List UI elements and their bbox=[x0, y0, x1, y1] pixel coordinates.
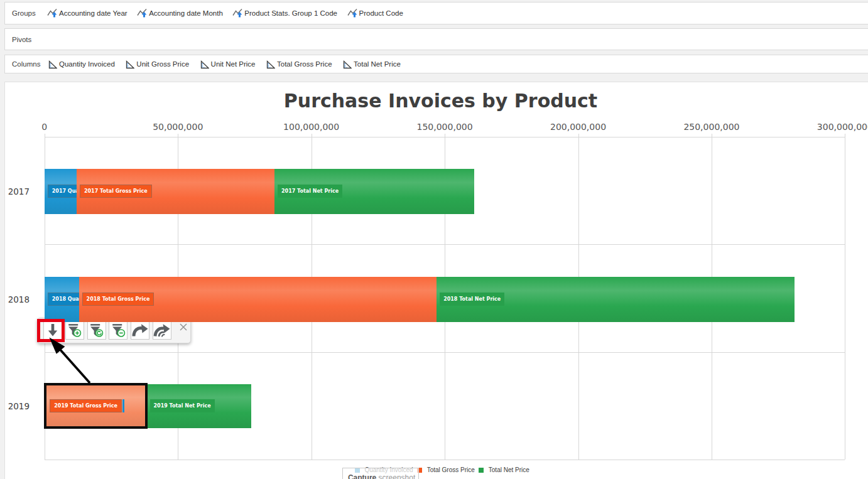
groups-well-label: Groups bbox=[12, 9, 42, 17]
field-chip-product-stats-group-1-code[interactable]: Product Stats. Group 1 Code bbox=[232, 8, 337, 18]
groups-chips-container: Accounting date YearAccounting date Mont… bbox=[47, 8, 413, 18]
field-chip-label: Product Code bbox=[359, 9, 403, 17]
bar-segment-label-wrap: 2019 Total Net Price bbox=[150, 399, 215, 412]
filter-exclude-button[interactable] bbox=[109, 321, 127, 340]
category-label-2018: 2018 bbox=[0, 294, 30, 304]
field-chip-quantity-invoiced[interactable]: Quantity Invoiced bbox=[47, 60, 115, 69]
bar-segment-label-wrap: 2017 Total Gross Price bbox=[80, 185, 152, 198]
field-chip-total-net-price[interactable]: Total Net Price bbox=[342, 60, 401, 69]
x-axis-label: 300,000,000 bbox=[817, 122, 868, 132]
legend-item-total-net-price[interactable]: Total Net Price bbox=[479, 466, 529, 473]
bar-segment-label: 2019 Total Net Price bbox=[150, 399, 215, 412]
field-chip-unit-net-price[interactable]: Unit Net Price bbox=[199, 60, 256, 69]
columns-field-well: Columns Quantity InvoicedUnit Gross Pric… bbox=[4, 55, 868, 73]
field-chip-label: Total Net Price bbox=[354, 60, 401, 68]
capture-tooltip-rest-text: screenshot. bbox=[376, 473, 417, 479]
legend-label: Total Gross Price bbox=[427, 466, 475, 473]
horizontal-gridline bbox=[45, 137, 845, 137]
legend-label: Total Net Price bbox=[489, 466, 529, 473]
field-chip-label: Accounting date Month bbox=[149, 9, 223, 17]
dimension-icon bbox=[232, 8, 242, 18]
bar-segment-label: 2018 Total Net Price bbox=[440, 293, 504, 306]
bar-segment-2017-total-net-price[interactable]: 2017 Total Net Price bbox=[274, 169, 474, 214]
filter-add-funnel-icon bbox=[66, 322, 83, 339]
bar-segment-label-wrap: 2018 Total Gross Price bbox=[82, 293, 155, 306]
bar-segment-2019-total-net-price[interactable]: 2019 Total Net Price bbox=[147, 384, 252, 428]
columns-chips-container: Quantity InvoicedUnit Gross PriceUnit Ne… bbox=[47, 60, 410, 69]
toolbar-close-button[interactable] bbox=[180, 322, 187, 330]
field-chip-label: Unit Net Price bbox=[211, 60, 256, 68]
field-chip-label: Product Stats. Group 1 Code bbox=[244, 9, 337, 17]
dimension-icon bbox=[347, 8, 357, 18]
filter-replace-button[interactable] bbox=[87, 321, 106, 340]
filter-add-button[interactable] bbox=[65, 321, 84, 340]
field-chip-total-gross-price[interactable]: Total Gross Price bbox=[265, 60, 332, 69]
groups-field-well: Groups Accounting date YearAccounting da… bbox=[4, 2, 868, 24]
pivots-field-well: Pivots bbox=[4, 28, 868, 50]
red-highlight-rectangle bbox=[37, 319, 65, 342]
columns-well-label: Columns bbox=[12, 60, 42, 68]
legend-item-total-gross-price[interactable]: Total Gross Price bbox=[417, 466, 475, 473]
bar-segment-2017-total-gross-price[interactable]: 2017 Total Gross Price bbox=[77, 169, 274, 214]
field-chip-label: Unit Gross Price bbox=[136, 60, 189, 68]
x-axis-label: 200,000,000 bbox=[550, 122, 606, 132]
filter-replace-funnel-icon bbox=[88, 322, 105, 339]
field-chip-label: Quantity Invoiced bbox=[59, 60, 115, 68]
selection-rectangle bbox=[44, 383, 147, 429]
capture-screenshot-tooltip: Capture screenshot. bbox=[342, 468, 419, 479]
x-axis-label: 250,000,000 bbox=[683, 122, 739, 132]
measure-icon bbox=[199, 60, 209, 69]
bar-segment-2017-quantity-invoiced[interactable]: 2017 Quantity Invoiced bbox=[45, 169, 77, 214]
field-chip-accounting-date-year[interactable]: Accounting date Year bbox=[47, 8, 127, 18]
measure-icon bbox=[265, 60, 275, 69]
bar-segment-2018-quantity-invoiced[interactable]: 2018 Quantity Invoiced bbox=[45, 277, 79, 322]
measure-icon bbox=[342, 60, 352, 69]
bar-segment-2018-total-net-price[interactable]: 2018 Total Net Price bbox=[437, 277, 795, 322]
category-label-2019: 2019 bbox=[0, 401, 30, 411]
horizontal-gridline bbox=[45, 352, 845, 353]
field-chip-unit-gross-price[interactable]: Unit Gross Price bbox=[124, 60, 189, 69]
bar-segment-label: 2018 Total Gross Price bbox=[82, 293, 155, 306]
vertical-gridline bbox=[845, 134, 845, 460]
dimension-icon bbox=[137, 8, 147, 18]
bar-segment-label: 2017 Total Gross Price bbox=[80, 185, 152, 198]
close-icon bbox=[180, 323, 187, 331]
measure-icon bbox=[124, 60, 134, 69]
legend-swatch bbox=[479, 468, 484, 473]
field-chip-product-code[interactable]: Product Code bbox=[347, 8, 403, 18]
x-axis-label: 100,000,000 bbox=[283, 122, 339, 132]
bar-segment-2018-total-gross-price[interactable]: 2018 Total Gross Price bbox=[79, 277, 437, 322]
x-axis-label: 0 bbox=[41, 122, 47, 132]
jump-arrow-icon bbox=[131, 322, 149, 338]
x-axis-label: 50,000,000 bbox=[153, 122, 203, 132]
measure-icon bbox=[47, 60, 57, 69]
jump-button[interactable] bbox=[131, 321, 149, 340]
capture-tooltip-bold-text: Capture bbox=[348, 473, 376, 479]
filter-exclude-funnel-icon bbox=[110, 322, 127, 339]
pivots-well-label: Pivots bbox=[12, 36, 42, 43]
bar-segment-label-wrap: 2017 Total Net Price bbox=[278, 185, 342, 198]
category-label-2017: 2017 bbox=[0, 186, 30, 196]
bar-segment-label-wrap: 2018 Total Net Price bbox=[440, 293, 504, 306]
jump-history-arrow-icon bbox=[153, 322, 171, 338]
field-chip-label: Accounting date Year bbox=[59, 9, 127, 17]
field-chip-accounting-date-month[interactable]: Accounting date Month bbox=[137, 8, 223, 18]
x-axis-label: 150,000,000 bbox=[417, 122, 473, 132]
dimension-icon bbox=[47, 8, 57, 18]
field-chip-label: Total Gross Price bbox=[277, 60, 332, 68]
bar-segment-label: 2017 Total Net Price bbox=[278, 185, 342, 198]
jump-history-button[interactable] bbox=[153, 321, 171, 340]
chart-title: Purchase Invoices by Product bbox=[40, 91, 841, 111]
horizontal-gridline bbox=[45, 460, 845, 460]
horizontal-gridline bbox=[45, 244, 845, 245]
